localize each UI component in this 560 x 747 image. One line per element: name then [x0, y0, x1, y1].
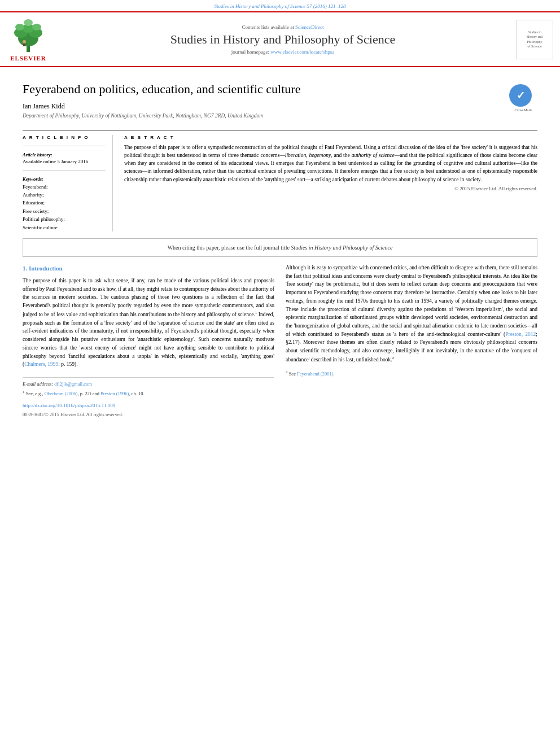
crossmark-label: CrossMark [509, 108, 537, 112]
fn2-text: 2 See Feyerabend (2001). [286, 370, 537, 378]
article-info-col: A R T I C L E I N F O Article history: A… [23, 135, 113, 231]
sciencedirect-link[interactable]: ScienceDirect [295, 24, 323, 30]
intro-paragraph-right: Although it is easy to sympathize with c… [286, 264, 537, 364]
crossmark-badge: ✓ CrossMark [509, 84, 537, 112]
elsevier-tree-icon [8, 17, 48, 54]
footnotes-right: 2 See Feyerabend (2001). [286, 370, 537, 378]
journal-center-header: Contents lists available at ScienceDirec… [56, 24, 509, 55]
svg-point-7 [24, 19, 33, 26]
crossmark-icon: ✓ [509, 84, 532, 107]
article-title-section: Feyerabend on politics, education, and s… [23, 81, 537, 123]
homepage-url[interactable]: www.elsevier.com/locate/shpsa [270, 49, 334, 55]
keyword-list: Feyerabend; Authority; Education; Free s… [23, 183, 106, 231]
journal-logo-box: Studies inHistory andPhilosophyof Scienc… [517, 20, 553, 59]
introduction-heading: 1. Introduction [23, 264, 274, 273]
intro-paragraph-left: The purpose of this paper is to ask what… [23, 277, 274, 369]
citation-journal-name: Studies in History and Philosophy of Sci… [291, 244, 392, 251]
svg-point-6 [32, 24, 41, 30]
author-affiliation: Department of Philosophy, University of … [23, 113, 501, 119]
footnotes-left: E-mail address: dfl2jlk@gmail.com 1 See,… [23, 377, 274, 397]
article-title: Feyerabend on politics, education, and s… [23, 81, 501, 98]
preston2012-link[interactable]: Preston, 2012 [505, 331, 536, 337]
article-history-label: Article history: [23, 152, 106, 158]
main-content: Feyerabend on politics, education, and s… [0, 67, 560, 427]
journal-homepage: journal homepage: www.elsevier.com/locat… [56, 49, 509, 55]
oberheim-link[interactable]: Oberheim (2006) [45, 391, 78, 396]
article-info-label: A R T I C L E I N F O [23, 135, 106, 140]
keyword-item: Feyerabend; [23, 183, 106, 191]
journal-logo-inner: Studies inHistory andPhilosophyof Scienc… [525, 28, 544, 51]
preston-link[interactable]: Preston (1996) [100, 391, 129, 396]
elsevier-label: ELSEVIER [10, 55, 46, 62]
svg-rect-9 [23, 43, 25, 46]
body-right-col: Although it is easy to sympathize with c… [286, 264, 537, 418]
email-label: E-mail address: [23, 381, 53, 387]
info-abstract-section: A R T I C L E I N F O Article history: A… [23, 130, 537, 231]
article-title-area: Feyerabend on politics, education, and s… [23, 81, 501, 123]
journal-reference: Studies in History and Philosophy of Sci… [0, 0, 560, 11]
author-name: Ian James Kidd [23, 102, 501, 111]
keyword-item: Scientific culture [23, 224, 106, 231]
abstract-col: A B S T R A C T The purpose of this pape… [124, 135, 537, 231]
keyword-item: Education; [23, 199, 106, 207]
keyword-item: Political philosophy; [23, 215, 106, 223]
journal-header: ELSEVIER Contents lists available at Sci… [0, 11, 560, 67]
journal-title-header: Studies in History and Philosophy of Sci… [56, 32, 509, 47]
body-left-col: 1. Introduction The purpose of this pape… [23, 264, 274, 418]
journal-logo-right: Studies inHistory andPhilosophyof Scienc… [515, 20, 554, 59]
keyword-item: Authority; [23, 191, 106, 199]
chalmers-link[interactable]: Chalmers, 1999 [24, 361, 58, 367]
abstract-label: A B S T R A C T [124, 135, 537, 140]
copyright-line: © 2015 Elsevier Ltd. All rights reserved… [124, 186, 537, 191]
email-footnote: E-mail address: dfl2jlk@gmail.com [23, 381, 274, 388]
svg-point-8 [23, 40, 26, 43]
issn-line: 0039-3681/© 2015 Elsevier Ltd. All right… [23, 411, 274, 418]
body-columns: 1. Introduction The purpose of this pape… [23, 264, 537, 418]
citation-box: When citing this paper, please use the f… [23, 238, 537, 257]
elsevier-logo: ELSEVIER [6, 17, 51, 62]
citation-text: When citing this paper, please use the f… [168, 244, 290, 251]
article-history-value: Available online 5 January 2016 [23, 159, 106, 164]
feyerabend2001-link[interactable]: Feyerabend (2001) [297, 371, 333, 377]
keywords-label: Keywords: [23, 176, 106, 182]
keyword-item: Free society; [23, 207, 106, 215]
contents-available-text: Contents lists available at ScienceDirec… [56, 24, 509, 30]
svg-point-5 [15, 24, 24, 30]
email-link[interactable]: dfl2jlk@gmail.com [54, 381, 92, 387]
abstract-text: The purpose of this paper is to offer a … [124, 143, 537, 184]
fn1-text: 1 See, e.g., Oberheim (2006), p. 22f and… [23, 390, 274, 397]
doi-link[interactable]: http://dx.doi.org/10.1016/j.shpsa.2015.1… [23, 402, 274, 410]
